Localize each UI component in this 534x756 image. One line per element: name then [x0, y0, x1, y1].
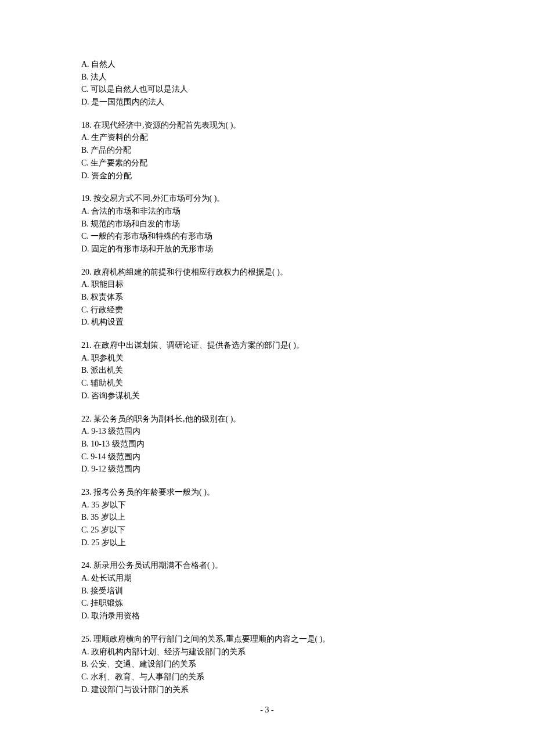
- option-text: 固定的有形市场和开放的无形市场: [91, 244, 213, 253]
- option-label: B.: [81, 219, 89, 228]
- option-label: D.: [81, 98, 89, 106]
- option-text: 机构设置: [91, 318, 124, 326]
- question-option: C. 辅助机关: [81, 377, 453, 390]
- question-prompt: 24. 新录用公务员试用期满不合格者( )。: [81, 559, 453, 572]
- question-option: B. 35 岁以上: [81, 511, 453, 524]
- question-option: C. 水利、教育、与人事部门的关系: [81, 671, 453, 683]
- option-label: D.: [81, 611, 89, 620]
- question-option: D. 机构设置: [81, 316, 453, 329]
- option-text: 处长试用期: [91, 574, 132, 582]
- option-label: C.: [81, 525, 89, 534]
- option-label: B.: [81, 586, 89, 595]
- option-label: A.: [81, 207, 89, 215]
- question-option: A. 职能目标: [81, 278, 453, 291]
- option-label: D.: [81, 318, 89, 326]
- question-option: B. 法人: [81, 71, 453, 84]
- option-text: 可以是自然人也可以是法人: [91, 85, 188, 93]
- question-block: 20. 政府机构组建的前提和行使相应行政权力的根据是( )。A. 职能目标B. …: [81, 266, 453, 329]
- option-text: 生产资料的分配: [91, 133, 148, 142]
- question-block: 21. 在政府中出谋划策、调研论证、提供备选方案的部门是( )。A. 职参机关B…: [81, 339, 453, 402]
- option-text: 派出机关: [91, 366, 123, 375]
- option-label: B.: [81, 366, 89, 375]
- question-option: D. 是一国范围内的法人: [81, 96, 453, 109]
- page-number: - 3 -: [0, 704, 534, 717]
- question-prompt: 19. 按交易方式不同,外汇市场可分为( )。: [81, 192, 453, 205]
- option-text: 25 岁以下: [91, 525, 125, 534]
- option-text: 25 岁以上: [91, 538, 126, 547]
- option-label: A.: [81, 501, 89, 509]
- option-label: B.: [81, 513, 89, 521]
- question-option: A. 自然人: [81, 58, 453, 71]
- question-option: B. 10-13 级范围内: [81, 438, 453, 451]
- option-text: 职能目标: [91, 280, 124, 289]
- option-label: B.: [81, 660, 89, 668]
- option-text: 咨询参谋机关: [91, 391, 140, 400]
- question-option: C. 9-14 级范围内: [81, 451, 453, 463]
- option-text: 合法的市场和非法的市场: [91, 207, 181, 215]
- question-option: B. 规范的市场和自发的市场: [81, 218, 453, 231]
- question-option: D. 咨询参谋机关: [81, 390, 453, 402]
- option-text: 35 岁以下: [91, 501, 126, 509]
- option-label: C.: [81, 232, 89, 240]
- option-label: B.: [81, 440, 89, 448]
- question-block: 23. 报考公务员的年龄要求一般为( )。A. 35 岁以下B. 35 岁以上C…: [81, 486, 453, 549]
- option-label: A.: [81, 133, 89, 142]
- question-option: A. 政府机构内部计划、经济与建设部门的关系: [81, 646, 453, 658]
- option-label: C.: [81, 85, 89, 93]
- option-text: 9-12 级范围内: [91, 465, 140, 473]
- option-text: 权责体系: [91, 293, 123, 301]
- option-text: 水利、教育、与人事部门的关系: [91, 672, 204, 681]
- option-label: B.: [81, 73, 89, 81]
- content-body: A. 自然人B. 法人C. 可以是自然人也可以是法人D. 是一国范围内的法人18…: [81, 58, 453, 696]
- option-label: A.: [81, 354, 89, 362]
- question-prompt: 18. 在现代经济中,资源的分配首先表现为( )。: [81, 119, 453, 132]
- option-text: 10-13 级范围内: [91, 440, 144, 448]
- question-option: B. 接受培训: [81, 585, 453, 597]
- option-label: D.: [81, 685, 89, 694]
- option-text: 公安、交通、建设部门的关系: [91, 660, 196, 668]
- option-text: 接受培训: [91, 586, 123, 595]
- option-label: A.: [81, 574, 89, 582]
- question-block: 22. 某公务员的职务为副科长,他的级别在( )。A. 9-13 级范围内B. …: [81, 413, 453, 476]
- option-text: 政府机构内部计划、经济与建设部门的关系: [91, 647, 246, 656]
- question-option: D. 取消录用资格: [81, 610, 453, 622]
- question-prompt: 23. 报考公务员的年龄要求一般为( )。: [81, 486, 453, 499]
- option-text: 产品的分配: [91, 146, 131, 154]
- question-option: C. 生产要素的分配: [81, 157, 453, 170]
- question-option: B. 产品的分配: [81, 144, 453, 157]
- question-block: 18. 在现代经济中,资源的分配首先表现为( )。A. 生产资料的分配B. 产品…: [81, 119, 453, 182]
- question-block: A. 自然人B. 法人C. 可以是自然人也可以是法人D. 是一国范围内的法人: [81, 58, 453, 109]
- option-text: 取消录用资格: [91, 611, 140, 620]
- question-option: C. 25 岁以下: [81, 524, 453, 537]
- question-option: A. 生产资料的分配: [81, 131, 453, 144]
- option-label: C.: [81, 599, 89, 607]
- option-text: 职参机关: [91, 354, 124, 362]
- option-label: B.: [81, 293, 89, 301]
- option-text: 35 岁以上: [91, 513, 125, 521]
- question-option: B. 派出机关: [81, 364, 453, 377]
- option-text: 一般的有形市场和特殊的有形市场: [91, 232, 212, 240]
- option-label: D.: [81, 465, 89, 473]
- option-label: C.: [81, 379, 89, 387]
- option-text: 挂职锻炼: [91, 599, 123, 607]
- option-text: 辅助机关: [91, 379, 123, 387]
- question-option: D. 固定的有形市场和开放的无形市场: [81, 243, 453, 255]
- question-option: A. 9-13 级范围内: [81, 425, 453, 438]
- question-option: B. 公安、交通、建设部门的关系: [81, 658, 453, 671]
- option-label: D.: [81, 171, 89, 180]
- option-text: 资金的分配: [91, 171, 132, 180]
- option-label: A.: [81, 427, 89, 435]
- option-label: B.: [81, 146, 89, 154]
- question-option: D. 资金的分配: [81, 170, 453, 182]
- option-text: 行政经费: [91, 305, 123, 314]
- option-text: 生产要素的分配: [91, 159, 147, 167]
- option-label: D.: [81, 244, 89, 253]
- question-option: A. 35 岁以下: [81, 499, 453, 512]
- question-option: A. 处长试用期: [81, 572, 453, 585]
- question-prompt: 20. 政府机构组建的前提和行使相应行政权力的根据是( )。: [81, 266, 453, 279]
- option-label: A.: [81, 647, 89, 656]
- option-label: C.: [81, 672, 89, 681]
- option-label: C.: [81, 452, 89, 461]
- option-label: A.: [81, 280, 89, 289]
- page: A. 自然人B. 法人C. 可以是自然人也可以是法人D. 是一国范围内的法人18…: [0, 0, 534, 756]
